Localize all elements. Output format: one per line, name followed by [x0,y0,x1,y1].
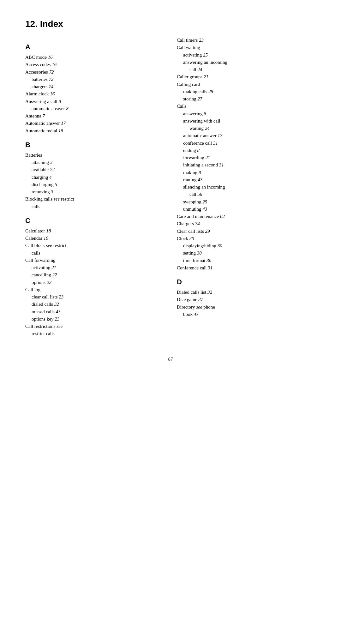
list-item: Call timers 23 [177,37,316,44]
list-item: batteries 72 [25,76,164,83]
page-number: 87 [25,357,316,362]
list-item: displaying/hiding 30 [177,242,316,250]
list-item: cancelling 22 [25,271,164,279]
list-item: discharging 5 [25,181,164,188]
list-item: answering an incoming call 24 [177,59,316,74]
list-item: Chargers 74 [177,220,316,227]
list-item: Alarm clock 16 [25,90,164,98]
list-item: Automatic redial 18 [25,127,164,135]
list-item: missed calls 43 [25,308,164,316]
list-item: Calling card [177,81,316,88]
list-item: silencing an incoming call 56 [177,184,316,198]
list-item: Automatic answer 17 [25,120,164,127]
section-b: B Batteries attaching 3 available 72 cha… [25,141,164,210]
list-item: answering with call waiting 24 [177,117,316,132]
list-item: answering 8 [177,110,316,117]
list-item: Answering a call 8 [25,98,164,105]
list-item: making calls 28 [177,88,316,95]
page-title: 12. Index [25,19,316,29]
list-item: swapping 25 [177,198,316,206]
list-item: Calendar 19 [25,235,164,242]
section-letter-a: A [25,43,164,51]
list-item: Call restrictions see restrict calls [25,323,164,338]
list-item: Directory see phone book 47 [177,304,316,318]
list-item: Dialed calls list 32 [177,289,316,296]
list-item: Clear call lists 29 [177,228,316,235]
list-item: dialed calls 32 [25,301,164,308]
list-item: Caller groups 21 [177,73,316,81]
list-item: Dice game 37 [177,296,316,303]
section-c: C Calculator 18 Calendar 19 Call block s… [25,217,164,338]
list-item: setting 30 [177,250,316,257]
section-d: D Dialed calls list 32 Dice game 37 Dire… [177,278,316,318]
list-item: Conference call 31 [177,264,316,272]
section-letter-b: B [25,141,164,149]
list-item: Accessories 72 [25,69,164,76]
list-item: Call block see restrict calls [25,242,164,257]
list-item: Calculator 18 [25,227,164,235]
list-item: attaching 3 [25,159,164,166]
list-item: Access codes 16 [25,61,164,68]
list-item: available 72 [25,166,164,173]
list-item: chargers 74 [25,83,164,90]
list-item: Call log [25,286,164,293]
list-item: ending 8 [177,147,316,154]
list-item: automatic answer 17 [177,132,316,139]
list-item: time format 30 [177,257,316,264]
list-item: forwarding 21 [177,154,316,161]
list-item: initiating a second 31 [177,161,316,169]
list-item: Call forwarding [25,257,164,264]
list-item: Blocking calls see restrict calls [25,196,164,210]
list-item: unmuting 43 [177,206,316,213]
list-item: Calls [177,103,316,110]
list-item: charging 4 [25,174,164,181]
list-item: options key 23 [25,316,164,323]
list-item: removing 3 [25,188,164,196]
section-a: A ABC mode 16 Access codes 16 Accessorie… [25,43,164,135]
list-item: options 22 [25,279,164,286]
list-item: Call waiting [177,44,316,51]
list-item: conference call 31 [177,140,316,147]
list-item: Clock 30 [177,235,316,242]
list-item: storing 27 [177,95,316,103]
list-item: muting 43 [177,176,316,184]
section-letter-d: D [177,278,316,286]
list-item: automatic answer 8 [25,105,164,112]
list-item: activating 21 [25,264,164,271]
list-item: Antenna 7 [25,112,164,120]
list-item: ABC mode 16 [25,54,164,61]
right-column: Call timers 23 Call waiting activating 2… [177,37,316,318]
list-item: clear call lists 23 [25,293,164,301]
list-item: Care and maintenance 82 [177,213,316,220]
list-item: making 8 [177,169,316,176]
section-letter-c: C [25,217,164,225]
list-item: activating 25 [177,51,316,59]
section-c-continued: Call timers 23 Call waiting activating 2… [177,37,316,272]
list-item: Batteries [25,152,164,159]
left-column: A ABC mode 16 Access codes 16 Accessorie… [25,37,164,338]
